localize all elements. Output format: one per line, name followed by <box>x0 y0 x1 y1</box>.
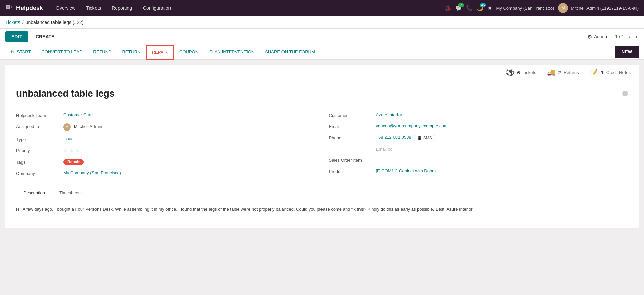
breadcrumb-separator: / <box>22 20 24 25</box>
credit-notes-stat[interactable]: 📝 1 Credit Notes <box>590 68 631 76</box>
main-content: unbalanced table legs Helpdesk Team Cust… <box>5 80 639 228</box>
sales-order-item-row: Sales Order Item <box>329 154 628 165</box>
star-3[interactable]: ☆ <box>75 147 80 154</box>
sms-button[interactable]: 📱 SMS <box>414 135 435 141</box>
moon-icon[interactable]: 🌙 45 <box>477 5 484 11</box>
star-1[interactable]: ☆ <box>63 147 68 154</box>
app-brand: Helpdesk <box>16 5 43 12</box>
user-name: Mitchell Admin (11917119-15-0-all) <box>571 6 639 11</box>
card-wrapper: ⚽ 6 Tickets 🚚 2 Returns 📝 1 Credit Notes <box>0 60 644 233</box>
credit-notes-icon: 📝 <box>590 68 598 76</box>
company-label: Company <box>16 170 63 176</box>
email-label: Email <box>329 123 376 129</box>
nav-overview[interactable]: Overview <box>51 0 80 16</box>
phone-icon[interactable]: 📞 <box>466 5 473 11</box>
repair-tag[interactable]: Repair <box>63 159 84 165</box>
email-value[interactable]: vauxoo@yourcompany.example.com <box>376 123 448 128</box>
sms-icon: 📱 <box>417 136 422 140</box>
pagination-count: 1 / 1 <box>615 34 624 39</box>
plan-intervention-button[interactable]: PLAN INTERVENTION <box>204 45 260 59</box>
right-fields: Customer Azure Interior Email vauxoo@you… <box>329 110 628 179</box>
share-on-forum-button[interactable]: SHARE ON THE FORUM <box>260 45 320 59</box>
email-cc-placeholder[interactable]: Email cc <box>376 147 392 152</box>
refund-button[interactable]: REFUND <box>88 45 117 59</box>
product-row: Product [E-COM11] Cabinet with Doors <box>329 165 628 177</box>
type-row: Type Issue <box>16 134 315 145</box>
tab-timesheets[interactable]: Timesheets <box>52 187 89 199</box>
returns-icon: 🚚 <box>547 68 556 76</box>
toolbar: EDIT CREATE ⚙ Action 1 / 1 ‹ › <box>0 29 644 45</box>
type-value[interactable]: Issue <box>63 136 74 141</box>
start-button[interactable]: ↻ START <box>5 45 36 60</box>
moon-badge: 45 <box>480 3 486 7</box>
top-navigation: Helpdesk Overview Tickets Reporting Conf… <box>0 0 644 16</box>
coupon-button[interactable]: COUPON <box>174 45 204 59</box>
star-2[interactable]: ☆ <box>69 147 74 154</box>
credit-notes-label: Credit Notes <box>606 70 631 75</box>
assigned-to-label: Assigned to <box>16 123 63 129</box>
helpdesk-team-row: Helpdesk Team Customer Care <box>16 110 315 121</box>
tags-value: Repair <box>63 159 84 164</box>
return-button[interactable]: RETURN <box>117 45 146 59</box>
svg-rect-5 <box>11 6 12 7</box>
sales-order-item-label: Sales Order Item <box>329 157 376 163</box>
assignee-avatar: M <box>63 123 71 131</box>
breadcrumb-parent[interactable]: Tickets <box>5 20 20 25</box>
helpdesk-team-value[interactable]: Customer Care <box>63 112 93 117</box>
messages-badge: 25 <box>458 3 464 7</box>
repair-button[interactable]: REPAIR <box>146 45 174 60</box>
svg-rect-3 <box>8 7 10 9</box>
stats-bar: ⚽ 6 Tickets 🚚 2 Returns 📝 1 Credit Notes <box>5 65 639 80</box>
customer-value[interactable]: Azure Interior <box>376 112 402 117</box>
company-value[interactable]: My Company (San Francisco) <box>63 170 121 175</box>
tab-description[interactable]: Description <box>16 187 52 199</box>
returns-stat[interactable]: 🚚 2 Returns <box>547 68 579 76</box>
company-name: My Company (San Francisco) <box>496 6 554 11</box>
returns-label: Returns <box>564 70 579 75</box>
nav-configuration[interactable]: Configuration <box>138 0 176 16</box>
breadcrumb-current: unbalanced table legs (#22) <box>26 20 84 25</box>
apps-icon[interactable] <box>5 4 12 12</box>
form-tabs: Description Timesheets <box>16 187 628 199</box>
nav-right: 🐞 💬 25 📞 🌙 45 ✖ My Company (San Francisc… <box>445 3 639 13</box>
tags-label: Tags <box>16 159 63 165</box>
product-label: Product <box>329 168 376 174</box>
left-fields: Helpdesk Team Customer Care Assigned to … <box>16 110 315 179</box>
svg-rect-1 <box>8 5 10 7</box>
messages-icon[interactable]: 💬 25 <box>455 5 462 11</box>
status-indicator[interactable] <box>622 91 628 96</box>
avatar: M <box>558 3 568 13</box>
credit-notes-count: 1 <box>601 70 603 75</box>
priority-label: Priority <box>16 147 63 153</box>
new-button[interactable]: NEW <box>615 46 639 58</box>
nav-reporting[interactable]: Reporting <box>107 0 137 16</box>
user-info[interactable]: M Mitchell Admin (11917119-15-0-all) <box>558 3 639 13</box>
nav-tickets[interactable]: Tickets <box>81 0 106 16</box>
settings-icon[interactable]: ✖ <box>488 5 492 11</box>
product-value[interactable]: [E-COM11] Cabinet with Doors <box>376 168 436 173</box>
priority-stars: ☆ ☆ ☆ <box>63 147 80 154</box>
action-dropdown[interactable]: ⚙ Action <box>587 34 607 40</box>
svg-rect-6 <box>11 7 12 8</box>
tickets-stat[interactable]: ⚽ 6 Tickets <box>506 68 536 76</box>
priority-row: Priority ☆ ☆ ☆ <box>16 145 315 156</box>
email-row: Email vauxoo@yourcompany.example.com <box>329 121 628 132</box>
create-button[interactable]: CREATE <box>31 31 60 42</box>
customer-row: Customer Azure Interior <box>329 110 628 121</box>
description-area: Hi, A few days ago, I bought a Four Pers… <box>16 199 628 220</box>
fields-grid: Helpdesk Team Customer Care Assigned to … <box>16 110 628 179</box>
description-text: Hi, A few days ago, I bought a Four Pers… <box>16 206 628 213</box>
edit-button[interactable]: EDIT <box>5 31 28 42</box>
assigned-to-row: Assigned to M Mitchell Admin <box>16 121 315 134</box>
breadcrumb: Tickets / unbalanced table legs (#22) <box>0 16 644 29</box>
assigned-to-value[interactable]: M Mitchell Admin <box>63 123 102 131</box>
tickets-icon: ⚽ <box>506 68 514 76</box>
bug-icon[interactable]: 🐞 <box>445 5 451 11</box>
helpdesk-team-label: Helpdesk Team <box>16 112 63 118</box>
tickets-label: Tickets <box>523 70 536 75</box>
prev-page-button[interactable]: ‹ <box>627 32 631 41</box>
phone-value[interactable]: +58 212 681 0538 <box>376 135 411 140</box>
convert-to-lead-button[interactable]: CONVERT TO LEAD <box>36 45 88 59</box>
record-card: ⚽ 6 Tickets 🚚 2 Returns 📝 1 Credit Notes <box>5 65 639 228</box>
next-page-button[interactable]: › <box>634 32 639 41</box>
